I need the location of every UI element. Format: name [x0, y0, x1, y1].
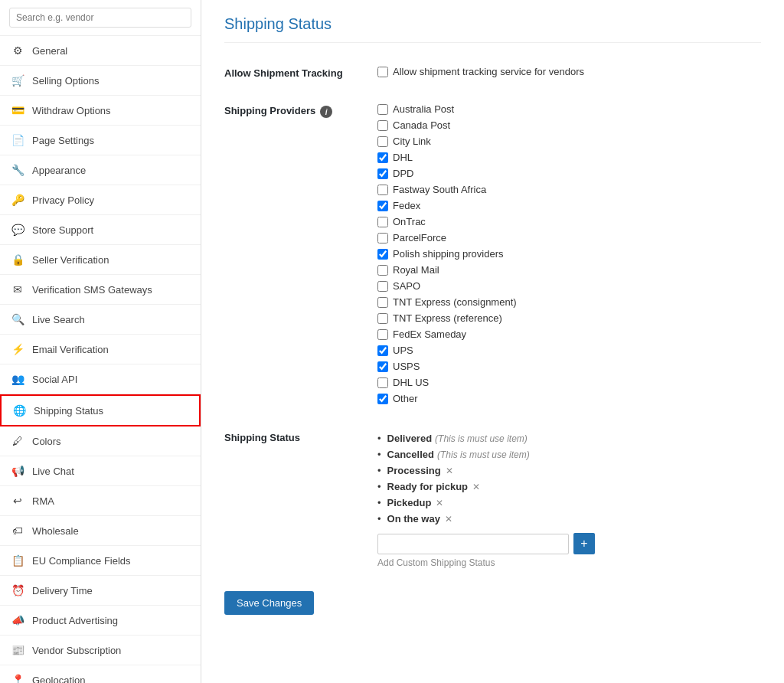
provider-label-ups[interactable]: UPS	[377, 345, 413, 356]
provider-label-dpd[interactable]: DPD	[377, 168, 413, 179]
sidebar-item-shipping-status[interactable]: 🌐 Shipping Status	[0, 394, 201, 426]
sidebar-item-privacy-policy[interactable]: 🔑 Privacy Policy	[0, 185, 201, 215]
provider-label-usps[interactable]: USPS	[377, 361, 420, 372]
provider-label-fedex-sameday[interactable]: FedEx Sameday	[377, 328, 466, 340]
sidebar-item-selling-options[interactable]: 🛒 Selling Options	[0, 66, 201, 96]
provider-row-fedex: Fedex	[377, 200, 761, 211]
provider-label-fedex[interactable]: Fedex	[377, 200, 420, 211]
provider-checkbox-dpd[interactable]	[377, 168, 388, 179]
sidebar-item-seller-verification[interactable]: 🔒 Seller Verification	[0, 245, 201, 275]
sidebar-item-verification-sms[interactable]: ✉ Verification SMS Gateways	[0, 275, 201, 305]
shipping-providers-row: Shipping Providers i Australia Post Cana…	[224, 93, 761, 420]
search-input[interactable]	[9, 8, 191, 28]
provider-label-australia-post[interactable]: Australia Post	[377, 103, 454, 115]
provider-label-sapo[interactable]: SAPO	[377, 280, 420, 292]
sidebar-item-vendor-subscription[interactable]: 📰 Vendor Subscription	[0, 636, 201, 665]
sidebar-item-label: Page Settings	[32, 135, 94, 146]
remove-status-processing[interactable]: ✕	[446, 466, 453, 476]
provider-name-parcelforce: ParcelForce	[393, 232, 446, 243]
allow-shipment-checkbox[interactable]	[377, 67, 388, 77]
sidebar-item-live-chat[interactable]: 📢 Live Chat	[0, 456, 201, 486]
sidebar-item-rma[interactable]: ↩ RMA	[0, 486, 201, 516]
provider-row-fedex-sameday: FedEx Sameday	[377, 328, 761, 340]
provider-checkbox-royal-mail[interactable]	[377, 265, 388, 276]
sidebar-item-social-api[interactable]: 👥 Social API	[0, 364, 201, 394]
provider-name-fastway-south-africa: Fastway South Africa	[393, 184, 486, 195]
shipping-status-label: Shipping Status	[224, 420, 377, 579]
provider-checkbox-city-link[interactable]	[377, 136, 388, 147]
sidebar-item-geolocation[interactable]: 📍 Geolocation	[0, 665, 201, 683]
sidebar-search-container	[0, 0, 201, 36]
provider-checkbox-tnt-consignment[interactable]	[377, 297, 388, 308]
geo-icon: 📍	[11, 673, 24, 683]
provider-checkbox-ontrac[interactable]	[377, 217, 388, 227]
provider-label-polish-shipping[interactable]: Polish shipping providers	[377, 248, 504, 260]
provider-checkbox-tnt-reference[interactable]	[377, 313, 388, 324]
sidebar-item-delivery-time[interactable]: ⏰ Delivery Time	[0, 576, 201, 606]
provider-row-usps: USPS	[377, 361, 761, 372]
status-list: Delivered (This is must use item)Cancell…	[377, 430, 761, 527]
page-icon: 📄	[11, 133, 24, 147]
add-status-button[interactable]: +	[573, 533, 595, 554]
provider-checkbox-polish-shipping[interactable]	[377, 249, 388, 260]
sidebar-item-withdraw-options[interactable]: 💳 Withdraw Options	[0, 96, 201, 126]
provider-label-dhl[interactable]: DHL	[377, 152, 413, 163]
provider-name-dhl: DHL	[393, 152, 413, 163]
provider-checkbox-fastway-south-africa[interactable]	[377, 185, 388, 195]
provider-row-tnt-consignment: TNT Express (consignment)	[377, 296, 761, 308]
sidebar-item-general[interactable]: ⚙ General	[0, 36, 201, 66]
cart-icon: 🛒	[11, 74, 24, 87]
status-item-delivered: Delivered (This is must use item)	[377, 430, 761, 446]
provider-checkbox-usps[interactable]	[377, 361, 388, 372]
email-icon: ⚡	[11, 342, 24, 356]
provider-label-other[interactable]: Other	[377, 393, 418, 404]
provider-name-tnt-reference: TNT Express (reference)	[393, 312, 502, 324]
provider-row-dhl-us: DHL US	[377, 377, 761, 388]
provider-checkbox-australia-post[interactable]	[377, 104, 388, 115]
custom-status-input[interactable]	[377, 534, 569, 554]
sidebar-item-label: RMA	[32, 495, 54, 507]
main-content: Shipping Status Allow Shipment Tracking …	[201, 0, 784, 683]
sidebar-item-eu-compliance[interactable]: 📋 EU Compliance Fields	[0, 546, 201, 576]
provider-checkbox-fedex[interactable]	[377, 201, 388, 211]
sidebar-item-appearance[interactable]: 🔧 Appearance	[0, 155, 201, 185]
provider-checkbox-fedex-sameday[interactable]	[377, 329, 388, 340]
provider-label-ontrac[interactable]: OnTrac	[377, 216, 426, 227]
provider-checkbox-canada-post[interactable]	[377, 120, 388, 131]
provider-checkbox-parcelforce[interactable]	[377, 233, 388, 243]
provider-checkbox-sapo[interactable]	[377, 281, 388, 292]
sidebar-item-product-advertising[interactable]: 📣 Product Advertising	[0, 606, 201, 636]
remove-status-on-the-way[interactable]: ✕	[445, 514, 452, 525]
provider-label-city-link[interactable]: City Link	[377, 136, 431, 147]
provider-label-royal-mail[interactable]: Royal Mail	[377, 264, 439, 276]
eu-icon: 📋	[11, 554, 24, 567]
page-title: Shipping Status	[224, 15, 761, 43]
sidebar-item-colors[interactable]: 🖊 Colors	[0, 426, 201, 456]
provider-label-tnt-consignment[interactable]: TNT Express (consignment)	[377, 296, 517, 308]
provider-checkbox-ups[interactable]	[377, 345, 388, 356]
provider-checkbox-other[interactable]	[377, 394, 388, 404]
provider-label-dhl-us[interactable]: DHL US	[377, 377, 429, 388]
form-table: Allow Shipment Tracking Allow shipment t…	[224, 55, 761, 579]
sidebar-item-page-settings[interactable]: 📄 Page Settings	[0, 126, 201, 155]
provider-label-parcelforce[interactable]: ParcelForce	[377, 232, 446, 243]
allow-shipment-checkbox-label[interactable]: Allow shipment tracking service for vend…	[377, 66, 584, 77]
info-icon[interactable]: i	[320, 106, 332, 118]
provider-label-fastway-south-africa[interactable]: Fastway South Africa	[377, 184, 486, 195]
social-icon: 👥	[11, 372, 24, 386]
provider-checkbox-dhl-us[interactable]	[377, 377, 388, 388]
provider-label-canada-post[interactable]: Canada Post	[377, 119, 450, 131]
sidebar-item-store-support[interactable]: 💬 Store Support	[0, 215, 201, 245]
provider-label-tnt-reference[interactable]: TNT Express (reference)	[377, 312, 502, 324]
status-label-on-the-way: On the way	[387, 513, 440, 525]
custom-status-input-row: +	[377, 533, 761, 554]
sidebar-item-wholesale[interactable]: 🏷 Wholesale	[0, 516, 201, 546]
provider-name-other: Other	[393, 393, 418, 404]
sidebar-item-live-search[interactable]: 🔍 Live Search	[0, 305, 201, 335]
remove-status-ready-for-pickup[interactable]: ✕	[472, 482, 480, 492]
sidebar-item-email-verification[interactable]: ⚡ Email Verification	[0, 335, 201, 364]
provider-row-polish-shipping: Polish shipping providers	[377, 248, 761, 260]
remove-status-pickedup[interactable]: ✕	[436, 498, 443, 508]
save-button[interactable]: Save Changes	[224, 591, 314, 615]
provider-checkbox-dhl[interactable]	[377, 152, 388, 163]
